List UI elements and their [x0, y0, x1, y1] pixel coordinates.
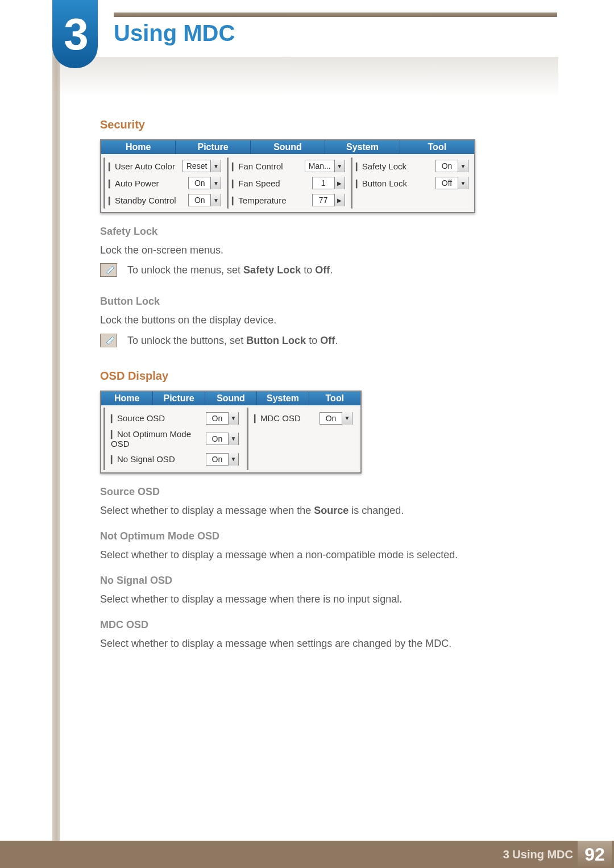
security-panel: Home Picture Sound System Tool User Auto… — [100, 139, 475, 213]
auto-power-label: Auto Power — [109, 178, 159, 188]
chevron-down-icon — [458, 160, 468, 172]
side-stripe — [52, 0, 60, 847]
button-lock-dropdown[interactable]: Off — [435, 177, 468, 189]
fan-control-dropdown[interactable]: Man... — [305, 160, 345, 172]
chevron-down-icon — [228, 453, 238, 466]
fan-speed-label: Fan Speed — [232, 178, 280, 188]
safety-lock-note: To unlock the menus, set Safety Lock to … — [100, 263, 492, 283]
mdc-osd-desc: Select whether to display a message when… — [100, 637, 492, 651]
tab-system[interactable]: System — [325, 140, 400, 154]
tab-picture[interactable]: Picture — [153, 392, 205, 405]
security-col2: Fan Control Man... Fan Speed 1 Temperatu… — [227, 157, 348, 209]
button-lock-desc: Lock the buttons on the display device. — [100, 313, 492, 327]
no-signal-osd-dropdown[interactable]: On — [206, 453, 239, 466]
tab-home[interactable]: Home — [101, 392, 153, 405]
mdc-osd-label: MDC OSD — [254, 413, 320, 423]
safety-lock-dropdown[interactable]: On — [435, 160, 468, 172]
user-auto-color-label: User Auto Color — [109, 161, 175, 171]
no-signal-osd-title: No Signal OSD — [100, 575, 492, 587]
not-optimum-osd-title: Not Optimum Mode OSD — [100, 530, 492, 542]
tab-sound[interactable]: Sound — [251, 140, 325, 154]
security-col3: Safety Lock On Button Lock Off — [351, 157, 472, 209]
tab-sound[interactable]: Sound — [205, 392, 257, 405]
standby-control-dropdown[interactable]: On — [188, 194, 221, 206]
tab-tool[interactable]: Tool — [309, 392, 360, 405]
osd-heading: OSD Display — [100, 369, 492, 383]
security-tabs: Home Picture Sound System Tool — [101, 140, 474, 154]
source-osd-desc: Select whether to display a message when… — [100, 504, 492, 518]
chapter-badge: 3 — [52, 0, 98, 68]
chapter-title-wrap: Using MDC — [114, 20, 235, 46]
button-lock-note: To unlock the buttons, set Button Lock t… — [100, 334, 492, 354]
chevron-down-icon — [458, 177, 468, 189]
button-lock-note-text: To unlock the buttons, set Button Lock t… — [127, 334, 338, 348]
no-signal-osd-label: No Signal OSD — [111, 454, 206, 464]
chevron-down-icon — [334, 160, 345, 172]
pencil-note-icon — [100, 263, 117, 277]
chevron-down-icon — [228, 433, 238, 445]
no-signal-osd-desc: Select whether to display a message when… — [100, 592, 492, 607]
not-optimum-osd-label: Not Optimum Mode OSD — [111, 429, 206, 448]
source-osd-label: Source OSD — [111, 413, 206, 423]
security-heading: Security — [100, 118, 492, 131]
footer-bar: 3 Using MDC 92 — [0, 841, 614, 868]
mdc-osd-dropdown[interactable]: On — [320, 412, 352, 425]
safety-lock-label: Safety Lock — [356, 161, 406, 171]
not-optimum-osd-desc: Select whether to display a message when… — [100, 548, 492, 562]
header-fade — [52, 57, 558, 97]
source-osd-dropdown[interactable]: On — [206, 412, 239, 425]
header-band — [114, 13, 557, 17]
user-auto-color-dropdown[interactable]: Reset — [182, 160, 222, 172]
safety-lock-note-text: To unlock the menus, set Safety Lock to … — [127, 263, 333, 277]
chevron-down-icon — [228, 412, 238, 425]
footer-label: 3 Using MDC — [503, 848, 573, 861]
chevron-down-icon — [210, 177, 221, 189]
not-optimum-osd-dropdown[interactable]: On — [206, 433, 239, 445]
chapter-number: 3 — [64, 9, 86, 60]
button-lock-label: Button Lock — [356, 178, 407, 188]
standby-control-label: Standby Control — [109, 196, 176, 205]
pencil-note-icon — [100, 334, 117, 347]
osd-col-left: Source OSD On Not Optimum Mode OSD On No… — [103, 408, 244, 470]
fan-control-label: Fan Control — [232, 161, 283, 171]
security-col1: User Auto Color Reset Auto Power On Stan… — [103, 157, 225, 209]
temperature-label: Temperature — [232, 196, 286, 205]
osd-col-right: MDC OSD On — [247, 408, 358, 470]
tab-picture[interactable]: Picture — [176, 140, 250, 154]
mdc-osd-title: MDC OSD — [100, 619, 492, 631]
temperature-spinner[interactable]: 77 — [312, 194, 345, 206]
chevron-down-icon — [210, 194, 221, 206]
chevron-down-icon — [210, 160, 221, 172]
spinner-up-icon — [334, 194, 345, 206]
auto-power-dropdown[interactable]: On — [188, 177, 221, 189]
osd-panel: Home Picture Sound System Tool Source OS… — [100, 391, 362, 474]
chapter-title: Using MDC — [114, 20, 235, 46]
page-content: Security Home Picture Sound System Tool … — [100, 118, 492, 657]
page-number: 92 — [578, 841, 612, 868]
chevron-down-icon — [342, 412, 352, 425]
tab-home[interactable]: Home — [101, 140, 176, 154]
button-lock-title: Button Lock — [100, 296, 492, 308]
tab-system[interactable]: System — [257, 392, 309, 405]
spinner-up-icon — [334, 177, 345, 189]
source-osd-title: Source OSD — [100, 486, 492, 498]
tab-tool[interactable]: Tool — [400, 140, 474, 154]
safety-lock-desc: Lock the on-screen menus. — [100, 243, 492, 258]
fan-speed-spinner[interactable]: 1 — [312, 177, 345, 189]
osd-tabs: Home Picture Sound System Tool — [101, 392, 360, 405]
safety-lock-title: Safety Lock — [100, 226, 492, 238]
